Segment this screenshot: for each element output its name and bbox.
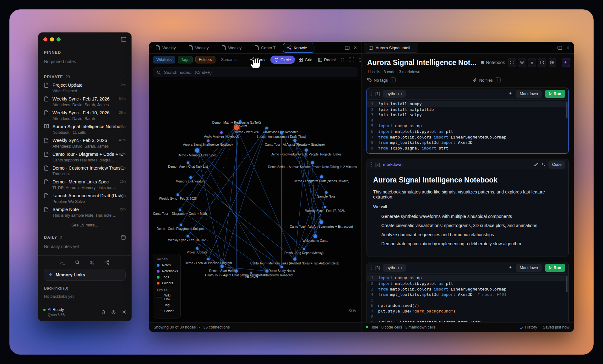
graph-node[interactable] xyxy=(177,193,179,196)
graph-canvas[interactable]: NODES NotesNotebooksTagsFolders EDGES Wi… xyxy=(149,80,361,322)
code-cell[interactable]: [3]python▾MarkdownRun1import numpy as np… xyxy=(367,262,569,322)
language-dropdown[interactable]: python▾ xyxy=(383,264,406,272)
terminal-icon[interactable]: >_ xyxy=(60,260,65,266)
notebook-tab[interactable]: Aurora Signal Intell... xyxy=(364,43,418,53)
graph-node[interactable] xyxy=(325,191,328,194)
close-notebook-icon[interactable]: × xyxy=(528,58,536,67)
ai-sparkle-icon[interactable] xyxy=(509,92,513,96)
note-list-item[interactable]: Demo - Customer Interview Trans...Transc… xyxy=(44,165,126,176)
search-icon[interactable] xyxy=(75,260,80,266)
run-cell-button[interactable]: Run xyxy=(545,264,565,272)
calendar-icon[interactable] xyxy=(121,235,126,240)
drag-handle-icon[interactable] xyxy=(370,91,372,96)
convert-to-markdown-button[interactable]: Markdown xyxy=(516,264,542,272)
close-traffic-light[interactable] xyxy=(43,37,47,41)
code-editor[interactable]: 1import numpy as np2import matplotlib.py… xyxy=(367,274,568,322)
search-nodes-input[interactable] xyxy=(164,70,354,75)
note-list-item[interactable]: Weekly Sync · Feb 17, 2026Attendees: Dav… xyxy=(44,96,126,107)
history-clock-icon[interactable] xyxy=(538,58,546,67)
note-list-item[interactable]: Weekly Sync · Feb 10, 2026Attendees: Dav… xyxy=(44,110,126,121)
refresh-icon[interactable] xyxy=(508,58,516,67)
history-button[interactable]: History xyxy=(519,325,537,329)
edit-pencil-icon[interactable] xyxy=(534,162,538,166)
note-list-item[interactable]: Weekly Sync · Feb 3, 2026Attendees: Davi… xyxy=(44,138,126,149)
add-file-button[interactable]: + xyxy=(495,77,501,83)
note-list-item[interactable]: Sample NoteThis is my sample Note. This … xyxy=(44,207,126,218)
ai-sparkle-button[interactable] xyxy=(562,58,570,67)
graph-node[interactable] xyxy=(187,235,189,237)
graph-node[interactable] xyxy=(293,258,296,261)
graph-node[interactable] xyxy=(280,266,283,268)
graph-node[interactable] xyxy=(207,258,209,260)
graph-node[interactable] xyxy=(189,176,192,179)
minimize-traffic-light[interactable] xyxy=(50,37,54,41)
graph-node[interactable] xyxy=(179,209,181,211)
graph-node[interactable] xyxy=(187,161,189,164)
filter-semantic[interactable]: Semantic xyxy=(218,56,241,63)
fullscreen-icon[interactable] xyxy=(350,57,354,62)
note-list-item[interactable]: Launch Announcement Draft (Raw)Problem W… xyxy=(44,193,126,204)
brightness-icon[interactable] xyxy=(122,310,126,314)
graph-node[interactable] xyxy=(305,149,308,152)
close-icon[interactable]: × xyxy=(567,45,569,50)
tab-weekly[interactable]: Weekly ... xyxy=(185,43,217,52)
tab-cantot[interactable]: Canto T... xyxy=(251,43,282,52)
sidebar-panel-toggle-icon[interactable] xyxy=(121,37,126,42)
graph-node[interactable] xyxy=(235,269,238,273)
ai-sparkle-icon[interactable] xyxy=(509,266,513,270)
zoom-traffic-light[interactable] xyxy=(57,37,61,41)
tab-weekly[interactable]: Weekly ... xyxy=(218,43,250,52)
graph-node[interactable] xyxy=(324,206,326,208)
tab-knowle[interactable]: Knowle... xyxy=(283,43,314,53)
drag-handle-icon[interactable] xyxy=(370,265,372,270)
tab-weekly[interactable]: Weekly ... xyxy=(152,43,184,52)
settings-gear-icon[interactable] xyxy=(518,58,526,67)
filter-folders[interactable]: Folders xyxy=(195,56,215,63)
language-dropdown[interactable]: python▾ xyxy=(383,90,406,98)
markdown-cell[interactable]: [2]markdownCodeAurora Signal Intelligenc… xyxy=(367,159,569,257)
graph-node[interactable] xyxy=(250,272,252,274)
graph-node[interactable] xyxy=(313,234,317,238)
split-view-icon[interactable] xyxy=(557,46,562,50)
note-list-item[interactable]: Aurora Signal Intelligence Notebo...Note… xyxy=(44,124,126,135)
scrollbar-thumb[interactable] xyxy=(566,276,568,292)
graph-node[interactable] xyxy=(320,175,323,178)
graph-node[interactable] xyxy=(319,220,323,224)
add-note-button[interactable]: + xyxy=(122,74,126,79)
share-icon[interactable] xyxy=(105,260,109,266)
see-more-link[interactable]: See 19 more... xyxy=(44,223,126,227)
graph-node[interactable] xyxy=(265,269,269,273)
filter-wikilinks[interactable]: Wikilinks xyxy=(153,56,175,63)
close-icon[interactable]: × xyxy=(354,45,357,50)
export-globe-icon[interactable] xyxy=(548,58,556,67)
note-list-item[interactable]: Canto Tour - Diagrams + Code + ...Canto … xyxy=(44,151,126,162)
drag-handle-icon[interactable] xyxy=(370,162,372,167)
convert-to-markdown-button[interactable]: Markdown xyxy=(516,90,542,98)
graph-node[interactable] xyxy=(180,224,182,226)
code-cell[interactable]: [1]python▾MarkdownRun1!pip install numpy… xyxy=(367,88,569,154)
graph-node[interactable] xyxy=(293,139,296,142)
code-editor[interactable]: 1!pip install numpy2!pip install matplot… xyxy=(367,100,568,153)
fit-view-icon[interactable] xyxy=(340,57,345,62)
note-list-item[interactable]: Demo - Memory Links SpecTL;DR: Aurora's … xyxy=(44,179,126,190)
settings-gear-icon[interactable] xyxy=(111,310,116,314)
graph-node[interactable] xyxy=(303,248,305,250)
graph-node[interactable] xyxy=(207,139,209,142)
layout-radial-button[interactable]: Radial xyxy=(316,56,338,64)
graph-node[interactable] xyxy=(265,127,268,129)
graph-node[interactable] xyxy=(280,131,283,134)
graph-node[interactable] xyxy=(220,131,223,134)
graph-node[interactable] xyxy=(220,265,224,268)
split-view-icon[interactable] xyxy=(345,46,350,50)
graph-node[interactable] xyxy=(311,161,314,164)
run-cell-button[interactable]: Run xyxy=(545,90,565,98)
memory-links-button[interactable]: Memory Links xyxy=(44,269,126,281)
add-tag-button[interactable]: + xyxy=(390,77,396,83)
scrollbar-thumb[interactable] xyxy=(566,102,568,118)
graph-node[interactable] xyxy=(195,148,199,153)
ai-sparkle-icon[interactable] xyxy=(541,162,545,166)
graph-node[interactable] xyxy=(196,247,198,250)
trash-icon[interactable] xyxy=(101,310,106,314)
filter-tags[interactable]: Tags xyxy=(178,56,193,63)
command-icon[interactable]: ⌘ xyxy=(90,260,95,266)
